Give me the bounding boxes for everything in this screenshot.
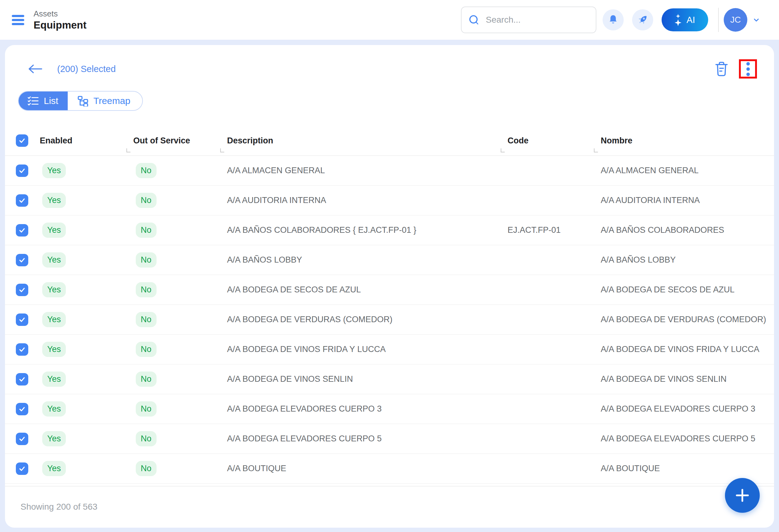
table-row[interactable]: Yes No A/A BODEGA DE SECOS DE AZUL A/A B… [5, 275, 774, 305]
search-box[interactable] [461, 6, 596, 33]
description-cell: A/A BODEGA ELEVADORES CUERPO 5 [227, 434, 507, 444]
column-resize-handle[interactable] [126, 148, 130, 152]
row-checkbox[interactable] [16, 314, 28, 326]
sparkle-icon [675, 14, 681, 26]
enabled-badge: Yes [42, 282, 66, 297]
nombre-cell: A/A BAÑOS LOBBY [601, 255, 774, 265]
out-of-service-badge: No [136, 431, 157, 446]
nombre-cell: A/A BODEGA ELEVADORES CUERPO 3 [601, 404, 774, 414]
selected-count-label: (200) Selected [57, 64, 116, 74]
out-of-service-badge: No [136, 461, 157, 476]
notifications-button[interactable] [603, 9, 624, 30]
row-checkbox[interactable] [16, 224, 28, 237]
description-cell: A/A BODEGA DE VINOS FRIDA Y LUCCA [227, 344, 507, 354]
search-input[interactable] [486, 15, 590, 25]
enabled-badge: Yes [42, 163, 66, 178]
checklist-icon [27, 95, 39, 106]
checkbox-checked-icon [18, 286, 26, 293]
list-tab-label: List [44, 95, 58, 106]
column-header-enabled[interactable]: Enabled [40, 126, 133, 155]
row-checkbox[interactable] [16, 284, 28, 296]
table-header: Enabled Out of Service Description Code … [5, 126, 774, 156]
row-checkbox[interactable] [16, 343, 28, 356]
avatar[interactable]: JC [724, 8, 747, 32]
nombre-cell: A/A AUDITORIA INTERNA [601, 196, 774, 205]
ai-assistant-button[interactable]: AI [662, 8, 708, 31]
row-checkbox[interactable] [16, 194, 28, 207]
highlight-box [739, 59, 757, 78]
back-arrow-icon [28, 64, 42, 74]
table-row[interactable]: Yes No A/A BODEGA DE VINOS FRIDA Y LUCCA… [5, 335, 774, 364]
description-cell: A/A ALMACEN GENERAL [227, 166, 507, 175]
checkbox-checked-icon [18, 197, 26, 204]
rocket-icon [637, 14, 649, 26]
nombre-cell: A/A BODEGA DE VINOS FRIDA Y LUCCA [601, 344, 774, 354]
nombre-cell: A/A BOUTIQUE [601, 464, 774, 473]
description-cell: A/A BODEGA ELEVADORES CUERPO 3 [227, 404, 507, 414]
table-row[interactable]: Yes No A/A BAÑOS LOBBY A/A BAÑOS LOBBY [5, 245, 774, 275]
description-cell: A/A BAÑOS LOBBY [227, 255, 507, 265]
column-resize-handle[interactable] [220, 148, 224, 152]
view-toggle: List Treemap [18, 91, 143, 111]
avatar-initials: JC [730, 15, 741, 25]
checkbox-checked-icon [18, 376, 26, 383]
checkbox-checked-icon [18, 316, 26, 323]
kebab-menu-button[interactable] [746, 62, 750, 76]
row-checkbox[interactable] [16, 462, 28, 475]
tab-treemap-view[interactable]: Treemap [68, 91, 142, 110]
column-resize-handle[interactable] [501, 148, 505, 152]
enabled-badge: Yes [42, 342, 66, 357]
add-button[interactable] [725, 478, 760, 513]
column-resize-handle[interactable] [594, 148, 598, 152]
nombre-cell: A/A BODEGA ELEVADORES CUERPO 5 [601, 434, 774, 444]
select-all-checkbox[interactable] [16, 134, 28, 147]
enabled-badge: Yes [42, 372, 66, 387]
hamburger-menu-icon[interactable] [12, 15, 24, 25]
description-cell: A/A BODEGA DE VERDURAS (COMEDOR) [227, 315, 507, 324]
checkbox-checked-icon [18, 465, 26, 472]
enabled-badge: Yes [42, 312, 66, 327]
table-row[interactable]: Yes No A/A BOUTIQUE A/A BOUTIQUE [5, 454, 774, 483]
description-cell: A/A BODEGA DE SECOS DE AZUL [227, 285, 507, 294]
rocket-button[interactable] [632, 9, 653, 30]
row-checkbox[interactable] [16, 433, 28, 445]
out-of-service-badge: No [136, 193, 157, 208]
tab-list-view[interactable]: List [19, 91, 68, 110]
table-row[interactable]: Yes No A/A BODEGA ELEVADORES CUERPO 5 A/… [5, 424, 774, 454]
nombre-cell: A/A BODEGA DE VINOS SENLIN [601, 374, 774, 384]
bell-icon [607, 14, 619, 26]
trash-icon [714, 61, 729, 77]
back-button[interactable] [28, 64, 42, 74]
table-row[interactable]: Yes No A/A BODEGA ELEVADORES CUERPO 3 A/… [5, 394, 774, 424]
enabled-badge: Yes [42, 193, 66, 208]
row-checkbox[interactable] [16, 164, 28, 177]
delete-button[interactable] [714, 61, 729, 77]
out-of-service-badge: No [136, 222, 157, 238]
column-header-out-of-service[interactable]: Out of Service [133, 126, 227, 155]
ai-button-label: AI [686, 15, 695, 25]
row-checkbox[interactable] [16, 254, 28, 266]
table-row[interactable]: Yes No A/A ALMACEN GENERAL A/A ALMACEN G… [5, 156, 774, 186]
chevron-down-icon[interactable] [752, 15, 761, 24]
enabled-badge: Yes [42, 222, 66, 238]
column-header-code[interactable]: Code [507, 126, 601, 155]
treemap-icon [77, 95, 89, 107]
header-divider [718, 8, 719, 32]
table-row[interactable]: Yes No A/A BODEGA DE VINOS SENLIN A/A BO… [5, 364, 774, 394]
table-row[interactable]: Yes No A/A BAÑOS COLABORADORES { EJ.ACT.… [5, 215, 774, 245]
description-cell: A/A BOUTIQUE [227, 464, 507, 473]
checkbox-checked-icon [18, 137, 26, 144]
checkbox-checked-icon [18, 346, 26, 353]
table-row[interactable]: Yes No A/A BODEGA DE VERDURAS (COMEDOR) … [5, 305, 774, 335]
nombre-cell: A/A ALMACEN GENERAL [601, 166, 774, 175]
column-header-description[interactable]: Description [227, 126, 507, 155]
row-checkbox[interactable] [16, 403, 28, 415]
description-cell: A/A AUDITORIA INTERNA [227, 196, 507, 205]
table-row[interactable]: Yes No A/A AUDITORIA INTERNA A/A AUDITOR… [5, 186, 774, 215]
out-of-service-badge: No [136, 252, 157, 268]
row-checkbox[interactable] [16, 373, 28, 386]
column-header-nombre[interactable]: Nombre [601, 126, 774, 155]
checkbox-checked-icon [18, 405, 26, 413]
out-of-service-badge: No [136, 282, 157, 297]
top-bar: Assets Equipment [0, 0, 779, 40]
